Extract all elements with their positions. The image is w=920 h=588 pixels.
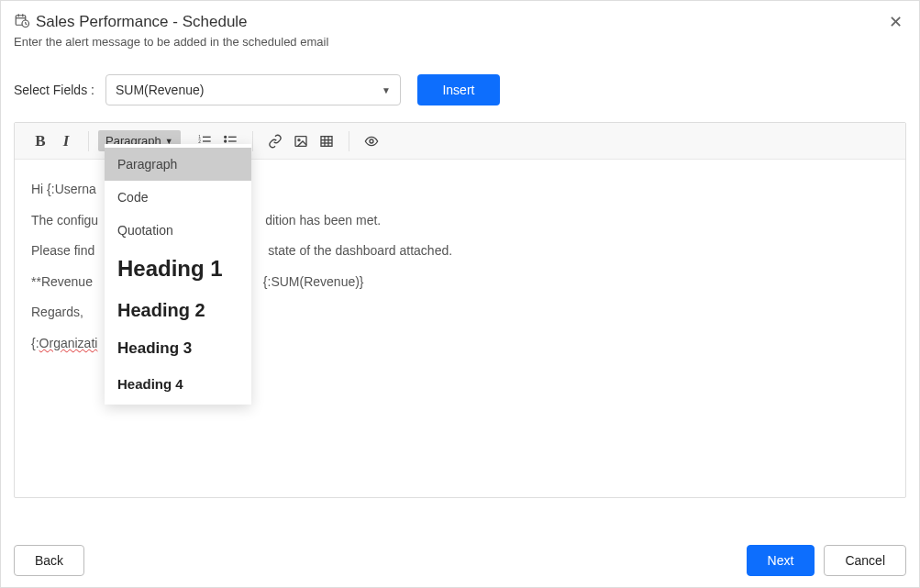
schedule-dialog: Sales Performance - Schedule Enter the a… [0, 0, 920, 588]
paragraph-format-menu: ParagraphCodeQuotationHeading 1Heading 2… [105, 144, 251, 405]
dialog-subtitle: Enter the alert message to be added in t… [14, 35, 328, 49]
italic-button[interactable]: I [53, 128, 79, 154]
select-fields-dropdown[interactable]: SUM(Revenue) ▼ [105, 74, 401, 105]
select-fields-row: Select Fields : SUM(Revenue) ▼ Insert [14, 74, 906, 105]
format-option-quotation[interactable]: Quotation [105, 214, 251, 247]
format-option-code[interactable]: Code [105, 181, 251, 214]
format-option-heading-2[interactable]: Heading 2 [105, 291, 251, 330]
cancel-button[interactable]: Cancel [824, 545, 906, 576]
preview-button[interactable] [359, 128, 384, 154]
toolbar-separator [349, 131, 349, 151]
svg-point-20 [298, 139, 300, 140]
dialog-title: Sales Performance - Schedule [36, 13, 248, 31]
svg-rect-19 [295, 136, 306, 146]
dialog-footer: Back Next Cancel [14, 545, 906, 576]
back-button[interactable]: Back [14, 545, 84, 576]
bold-button[interactable]: B [28, 128, 53, 154]
next-button[interactable]: Next [747, 545, 815, 576]
table-button[interactable] [314, 128, 339, 154]
close-button[interactable]: ✕ [885, 12, 906, 32]
dialog-title-block: Sales Performance - Schedule Enter the a… [14, 12, 328, 49]
link-button[interactable] [262, 128, 288, 154]
format-option-heading-3[interactable]: Heading 3 [105, 330, 251, 367]
svg-point-13 [224, 136, 226, 138]
format-option-heading-1[interactable]: Heading 1 [105, 247, 251, 291]
svg-point-26 [370, 139, 373, 143]
svg-rect-21 [321, 136, 332, 146]
svg-point-14 [224, 140, 226, 142]
dialog-header: Sales Performance - Schedule Enter the a… [14, 12, 906, 49]
chevron-down-icon: ▼ [382, 85, 391, 95]
toolbar-separator [88, 131, 89, 151]
select-fields-label: Select Fields : [14, 83, 94, 97]
select-fields-value: SUM(Revenue) [116, 83, 204, 97]
schedule-icon [14, 12, 30, 31]
format-option-heading-4[interactable]: Heading 4 [105, 367, 251, 401]
image-button[interactable] [288, 128, 314, 154]
insert-button[interactable]: Insert [417, 74, 500, 105]
toolbar-separator [252, 131, 253, 151]
format-option-paragraph[interactable]: Paragraph [105, 148, 251, 181]
